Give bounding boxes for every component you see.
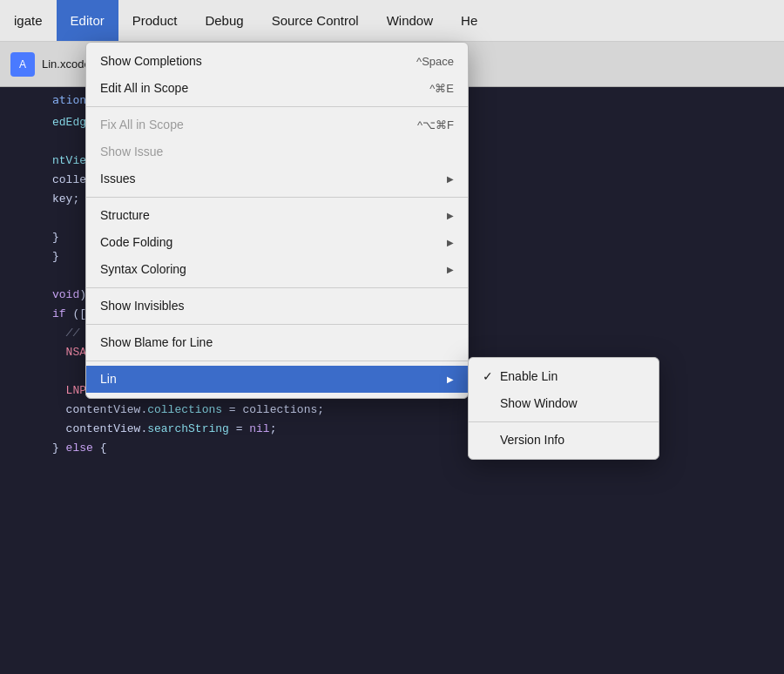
empty-checkmark — [483, 394, 497, 413]
menu-divider — [86, 197, 468, 198]
menubar-window[interactable]: Window — [373, 0, 447, 41]
menubar-editor[interactable]: Editor — [57, 0, 118, 41]
menu-show-completions[interactable]: Show Completions ^Space — [86, 48, 468, 75]
submenu-version-info[interactable]: Version Info — [469, 427, 659, 454]
empty-checkmark2 — [483, 431, 497, 449]
menubar-navigate[interactable]: igate — [0, 0, 57, 41]
syntax-coloring-arrow-icon: ▶ — [447, 263, 454, 276]
code-line: contentView.searchString = nil; — [0, 420, 784, 439]
menubar-help[interactable]: He — [447, 0, 491, 41]
menu-divider — [86, 106, 468, 107]
menu-fix-all-in-scope: Fix All in Scope ^⌥⌘F — [86, 111, 468, 138]
structure-arrow-icon: ▶ — [447, 209, 454, 222]
checkmark-icon: ✓ — [483, 367, 497, 386]
lin-submenu: ✓ Enable Lin Show Window Version Info — [468, 357, 659, 460]
submenu-divider — [469, 421, 659, 422]
menubar: igate Editor Product Debug Source Contro… — [0, 0, 784, 42]
menu-syntax-coloring[interactable]: Syntax Coloring ▶ — [86, 256, 468, 283]
menu-divider — [86, 287, 468, 288]
menu-show-blame[interactable]: Show Blame for Line — [86, 329, 468, 356]
code-folding-arrow-icon: ▶ — [447, 236, 454, 249]
menu-show-invisibles[interactable]: Show Invisibles — [86, 293, 468, 320]
menu-show-issue: Show Issue — [86, 138, 468, 165]
issues-arrow-icon: ▶ — [447, 172, 454, 185]
code-line: } else { — [0, 439, 784, 458]
menu-lin[interactable]: Lin ▶ — [86, 366, 468, 393]
menu-issues[interactable]: Issues ▶ — [86, 165, 468, 192]
menu-edit-all-in-scope[interactable]: Edit All in Scope ^⌘E — [86, 75, 468, 102]
menu-divider — [86, 361, 468, 361]
menubar-debug[interactable]: Debug — [191, 0, 257, 41]
menu-structure[interactable]: Structure ▶ — [86, 202, 468, 229]
submenu-enable-lin[interactable]: ✓ Enable Lin — [469, 363, 659, 390]
file-icon: A — [10, 52, 35, 77]
submenu-show-window[interactable]: Show Window — [469, 390, 659, 417]
lin-arrow-icon: ▶ — [447, 373, 454, 386]
menu-divider — [86, 324, 468, 325]
menubar-source-control[interactable]: Source Control — [258, 0, 373, 41]
editor-menu: Show Completions ^Space Edit All in Scop… — [85, 42, 469, 399]
menu-code-folding[interactable]: Code Folding ▶ — [86, 229, 468, 256]
code-line: contentView.collections = collections; — [0, 401, 784, 420]
menubar-product[interactable]: Product — [118, 0, 192, 41]
